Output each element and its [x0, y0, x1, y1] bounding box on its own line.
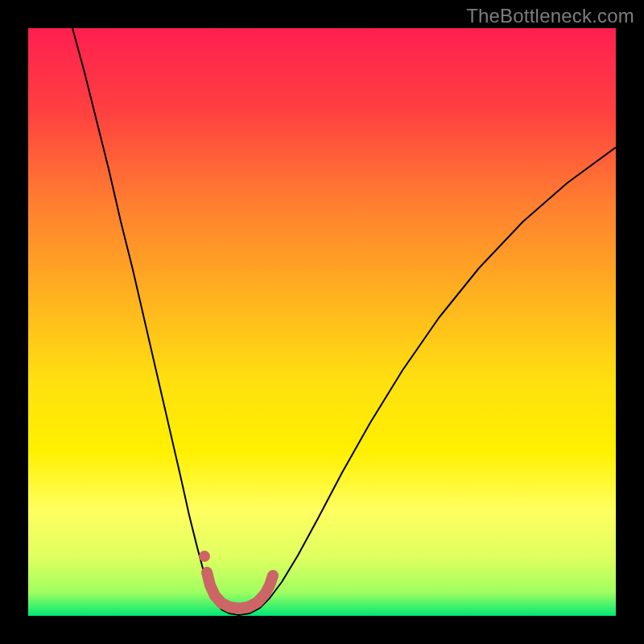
marker-layer	[199, 551, 210, 562]
plot-area	[28, 28, 616, 616]
left-dot	[199, 551, 210, 562]
watermark-text: TheBottleneck.com	[466, 5, 634, 27]
gradient-background	[28, 28, 616, 616]
chart-frame: TheBottleneck.com	[0, 0, 644, 644]
bottleneck-chart	[28, 28, 616, 616]
